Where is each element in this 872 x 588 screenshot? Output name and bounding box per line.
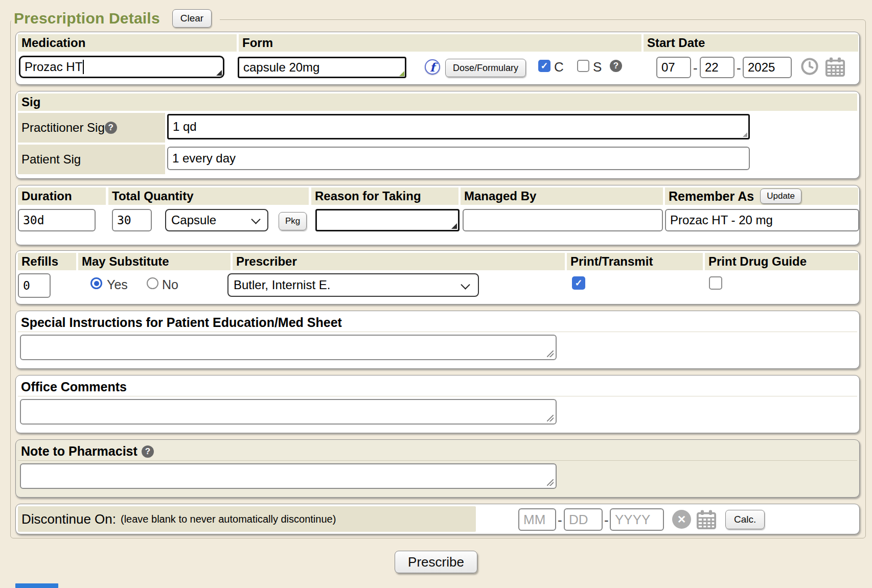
note-to-pharmacist-textarea[interactable] — [20, 463, 557, 489]
medication-panel: Medication Form Start Date Prozac HT cap… — [15, 32, 860, 85]
note-to-pharmacist-heading: Note to Pharmacist ? — [21, 444, 154, 459]
start-year-input[interactable] — [743, 57, 792, 78]
patient-sig-label: Patient Sig — [18, 145, 165, 174]
text-caret — [83, 60, 84, 74]
reason-column-header: Reason for Taking — [311, 187, 458, 205]
dose-formulary-button[interactable]: Dose/Formulary — [445, 59, 526, 77]
cs-help-icon[interactable]: ? — [610, 60, 622, 72]
substance-s-label: S — [593, 59, 602, 75]
update-button[interactable]: Update — [760, 189, 801, 204]
formulary-icon[interactable]: f — [425, 59, 440, 75]
substitute-no-label: No — [162, 277, 178, 292]
substitute-yes-radio[interactable] — [90, 277, 102, 289]
form-input-value: capsule 20mg — [243, 60, 319, 75]
date-separator: - — [558, 512, 562, 528]
special-instructions-panel: Special Instructions for Patient Educati… — [15, 311, 860, 369]
reason-for-taking-input[interactable] — [315, 209, 460, 231]
substitute-no-radio[interactable] — [147, 277, 158, 289]
discontinue-month-input[interactable] — [518, 508, 556, 531]
office-comments-textarea[interactable] — [20, 399, 557, 425]
sig-panel: Sig Practitioner Sig? 1 qd Patient Sig 1… — [15, 91, 860, 179]
practitioner-sig-label: Practitioner Sig? — [18, 113, 165, 143]
special-instructions-heading: Special Instructions for Patient Educati… — [21, 315, 342, 330]
quantity-unit-select[interactable]: Capsule — [165, 209, 268, 231]
prescriber-select[interactable]: Butler, Internist E. — [227, 273, 479, 297]
quantity-column-header: Total Quantity — [108, 187, 309, 205]
refills-panel: Refills May Substitute Prescriber Print/… — [15, 250, 860, 304]
calendar-icon[interactable] — [696, 509, 717, 530]
medication-input[interactable]: Prozac HT — [19, 56, 224, 78]
substitute-column-header: May Substitute — [78, 253, 231, 270]
practitioner-sig-help-icon[interactable]: ? — [105, 122, 117, 134]
start-month-input[interactable] — [656, 57, 691, 78]
clear-date-icon[interactable]: ✕ — [672, 510, 691, 529]
date-separator: - — [604, 512, 609, 528]
substance-s-checkbox[interactable] — [577, 60, 589, 72]
start-day-input[interactable] — [700, 57, 735, 78]
discontinue-year-input[interactable] — [610, 508, 664, 531]
discontinue-day-input[interactable] — [564, 508, 603, 531]
duration-column-header: Duration — [18, 187, 106, 205]
chevron-down-icon — [461, 280, 470, 289]
substitute-yes-label: Yes — [107, 277, 128, 292]
calendar-icon[interactable] — [824, 57, 846, 77]
date-separator: - — [737, 60, 741, 76]
fieldset-legend: Prescription Details Clear — [11, 6, 220, 31]
medication-input-value: Prozac HT — [25, 60, 82, 74]
divider — [18, 460, 857, 461]
calc-button[interactable]: Calc. — [725, 510, 765, 529]
prescribe-button[interactable]: Prescribe — [395, 551, 477, 573]
date-separator: - — [693, 60, 698, 76]
divider — [18, 332, 857, 332]
note-to-pharmacist-panel: Note to Pharmacist ? — [15, 439, 860, 498]
chevron-down-icon — [251, 215, 260, 224]
print-transmit-checkbox[interactable]: ✓ — [572, 276, 585, 290]
form-input[interactable]: capsule 20mg — [238, 57, 406, 78]
patient-sig-input[interactable]: 1 every day — [167, 147, 750, 170]
duration-input[interactable] — [18, 209, 96, 231]
note-to-pharmacist-help-icon[interactable]: ? — [142, 445, 154, 458]
medication-column-header: Medication — [18, 34, 237, 52]
pkg-button[interactable]: Pkg — [279, 212, 307, 230]
special-instructions-textarea[interactable] — [20, 335, 557, 360]
clear-button[interactable]: Clear — [172, 9, 212, 28]
print-drug-guide-column-header: Print Drug Guide — [705, 253, 858, 270]
discontinue-panel: Discontinue On: (leave blank to never au… — [15, 504, 860, 534]
discontinue-label: Discontinue On: (leave blank to never au… — [18, 506, 476, 532]
remember-as-column-header: Remember As Update — [665, 187, 858, 205]
refills-column-header: Refills — [18, 253, 76, 270]
practitioner-sig-input[interactable]: 1 qd — [167, 114, 750, 139]
print-drug-guide-checkbox[interactable] — [709, 276, 722, 290]
prescription-details-page: Prescription Details Clear Medication Fo… — [0, 0, 872, 588]
details-panel: Duration Total Quantity Reason for Takin… — [15, 185, 860, 245]
partial-blue-element — [15, 583, 58, 588]
form-column-header: Form — [239, 34, 641, 52]
remember-as-input[interactable]: Prozac HT - 20 mg — [665, 209, 859, 231]
sig-header: Sig — [18, 93, 857, 111]
quantity-input[interactable] — [112, 209, 152, 231]
start-date-column-header: Start Date — [644, 34, 858, 52]
managed-by-input[interactable] — [463, 209, 663, 231]
office-comments-heading: Office Comments — [21, 380, 127, 394]
managed-by-column-header: Managed By — [461, 187, 663, 205]
page-title: Prescription Details — [14, 10, 160, 27]
prescriber-column-header: Prescriber — [233, 253, 565, 270]
print-transmit-column-header: Print/Transmit — [567, 253, 703, 270]
office-comments-panel: Office Comments — [15, 375, 860, 433]
controlled-substance-label: C — [554, 59, 564, 75]
refills-input[interactable] — [18, 273, 51, 298]
controlled-substance-checkbox[interactable]: ✓ — [538, 60, 550, 72]
clock-icon[interactable] — [800, 57, 819, 76]
divider — [18, 396, 857, 396]
discontinue-hint: (leave blank to never automatically disc… — [121, 513, 336, 525]
